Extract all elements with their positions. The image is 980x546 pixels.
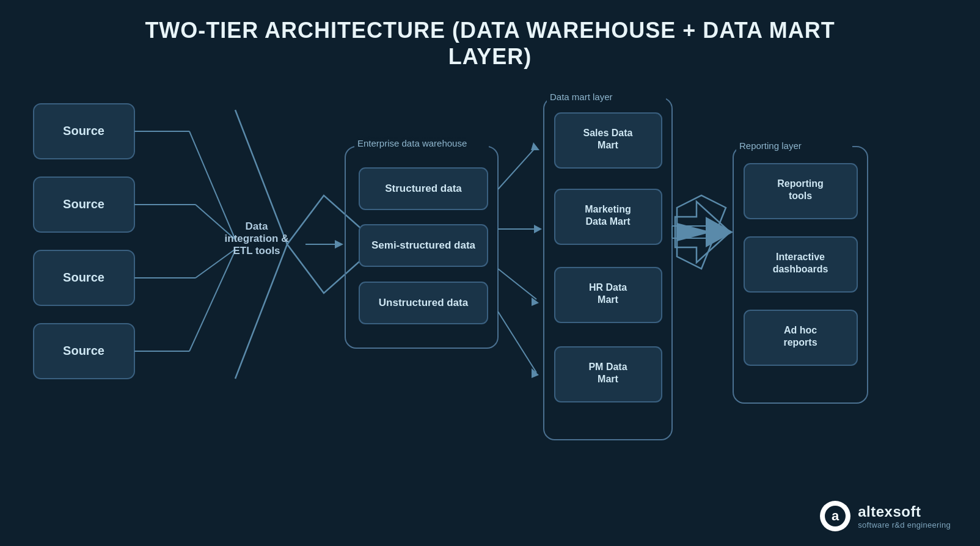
- logo-name: altexsoft: [858, 503, 951, 520]
- svg-line-38: [498, 311, 536, 373]
- svg-rect-40: [544, 98, 672, 440]
- svg-line-36: [498, 269, 536, 299]
- svg-rect-41: [547, 93, 666, 103]
- svg-rect-49: [555, 268, 662, 322]
- logo-text: altexsoft software r&d engineering: [858, 503, 951, 530]
- svg-rect-46: [555, 189, 662, 244]
- svg-text:Reporting: Reporting: [777, 178, 824, 189]
- svg-rect-24: [354, 139, 489, 149]
- svg-text:dashboards: dashboards: [773, 264, 828, 274]
- svg-text:Marketing: Marketing: [585, 204, 631, 214]
- logo-section: a altexsoft software r&d engineering: [820, 501, 951, 531]
- svg-text:Enterprise data warehouse: Enterprise data warehouse: [357, 138, 467, 148]
- svg-rect-6: [34, 324, 134, 379]
- svg-text:Source: Source: [63, 124, 104, 137]
- svg-text:Semi-structured data: Semi-structured data: [371, 239, 476, 251]
- svg-line-32: [498, 147, 536, 189]
- svg-text:Mart: Mart: [598, 294, 618, 305]
- svg-rect-26: [359, 168, 488, 209]
- svg-text:ETL tools: ETL tools: [233, 245, 280, 257]
- svg-text:reports: reports: [783, 337, 817, 348]
- svg-line-11: [196, 205, 235, 239]
- svg-marker-70: [675, 202, 730, 263]
- svg-marker-39: [532, 368, 539, 378]
- svg-marker-37: [532, 297, 539, 306]
- logo-subtitle: software r&d engineering: [858, 520, 951, 530]
- svg-text:Data mart layer: Data mart layer: [550, 92, 613, 102]
- svg-rect-61: [744, 164, 857, 219]
- svg-rect-4: [34, 250, 134, 305]
- svg-rect-59: [736, 142, 852, 152]
- svg-marker-33: [531, 142, 539, 150]
- svg-text:Source: Source: [63, 197, 104, 211]
- diagram-container: TWO-TIER ARCHITECTURE (DATA WAREHOUSE + …: [0, 0, 980, 546]
- svg-line-15: [189, 250, 235, 351]
- svg-text:HR Data: HR Data: [589, 282, 627, 293]
- svg-line-13: [196, 249, 235, 278]
- svg-rect-28: [359, 225, 488, 266]
- svg-rect-67: [744, 310, 857, 365]
- svg-rect-58: [733, 147, 868, 403]
- svg-marker-16: [287, 195, 379, 293]
- svg-text:Enterprise data warehouse: Enterprise data warehouse: [354, 134, 469, 144]
- svg-text:Data: Data: [246, 220, 268, 232]
- svg-text:tools: tools: [789, 191, 812, 201]
- svg-marker-56: [677, 223, 712, 241]
- svg-rect-52: [555, 347, 662, 402]
- svg-text:Reporting layer: Reporting layer: [739, 140, 802, 151]
- svg-text:Ad hoc: Ad hoc: [784, 325, 817, 335]
- svg-text:Interactive: Interactive: [776, 252, 825, 262]
- svg-rect-2: [34, 177, 134, 232]
- svg-rect-22: [345, 147, 498, 348]
- svg-marker-35: [534, 225, 542, 233]
- svg-marker-74: [706, 217, 733, 247]
- svg-text:Sales Data: Sales Data: [583, 128, 633, 138]
- svg-rect-0: [34, 104, 134, 159]
- svg-text:a: a: [832, 508, 839, 523]
- svg-line-9: [189, 131, 235, 239]
- svg-text:Source: Source: [63, 271, 104, 284]
- logo-icon: a: [820, 501, 850, 531]
- svg-text:Structured data: Structured data: [385, 183, 462, 194]
- svg-text:Unstructured data: Unstructured data: [379, 297, 469, 308]
- svg-marker-55: [677, 195, 726, 269]
- svg-rect-43: [555, 113, 662, 168]
- svg-text:Mart: Mart: [598, 140, 618, 150]
- svg-rect-30: [359, 282, 488, 324]
- page-title: TWO-TIER ARCHITECTURE (DATA WAREHOUSE + …: [145, 17, 835, 70]
- svg-text:PM Data: PM Data: [588, 362, 627, 372]
- svg-marker-21: [335, 240, 343, 249]
- svg-rect-64: [744, 237, 857, 292]
- svg-text:Data Mart: Data Mart: [586, 216, 631, 227]
- svg-text:Mart: Mart: [598, 374, 618, 384]
- svg-text:Source: Source: [63, 344, 104, 357]
- svg-text:integration &: integration &: [225, 233, 289, 244]
